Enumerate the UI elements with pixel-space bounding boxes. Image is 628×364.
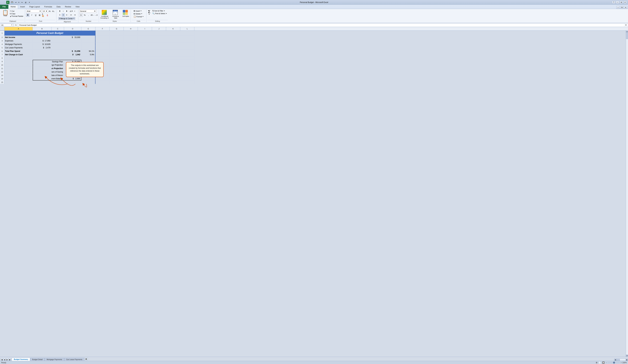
cell-H7[interactable] [124, 53, 138, 56]
cell-K4[interactable] [166, 43, 180, 46]
number-format-combo[interactable]: General ▼ [79, 9, 96, 13]
cell-G10[interactable] [110, 63, 124, 67]
fill-color-button[interactable]: A🎨 [42, 13, 45, 17]
cell-E2[interactable] [81, 36, 95, 39]
cell-C4[interactable] [52, 43, 64, 46]
cell-E11[interactable] [81, 67, 95, 70]
cell-B10[interactable] [33, 63, 52, 67]
cell-J8[interactable] [152, 56, 166, 60]
cell-C14[interactable]: Current Balance [52, 77, 64, 80]
tab-file[interactable]: File [0, 5, 8, 9]
cell-F2[interactable] [95, 36, 110, 39]
cell-C3[interactable] [52, 39, 64, 43]
cell-A9[interactable] [4, 60, 33, 63]
cell-I9[interactable] [138, 60, 152, 63]
cell-J10[interactable] [152, 63, 166, 67]
cell-E15[interactable] [81, 80, 95, 84]
cell-I1[interactable] [138, 31, 152, 36]
cell-A7[interactable]: Net Change in Cash [4, 53, 33, 56]
align-bottom-button[interactable]: ⬇ [65, 9, 68, 13]
cell-L1[interactable] [180, 31, 194, 36]
formula-input[interactable] [19, 24, 624, 26]
cell-I12[interactable] [138, 70, 152, 73]
cell-F8[interactable] [95, 56, 110, 60]
cell-L6[interactable] [180, 49, 194, 53]
cell-A15[interactable] [4, 80, 33, 84]
cell-F6[interactable] [95, 49, 110, 53]
sort-filter-button[interactable]: ⇅ Sort & Filter ▼ [152, 9, 168, 12]
zoom-slider[interactable] [607, 362, 620, 363]
cell-A13[interactable] [4, 73, 33, 77]
cell-I5[interactable] [138, 46, 152, 49]
cell-F5[interactable] [95, 46, 110, 49]
zoom-thumb[interactable] [613, 362, 615, 364]
cell-E14[interactable] [81, 77, 95, 80]
cell-B2[interactable] [33, 36, 52, 39]
cell-H3[interactable] [124, 39, 138, 43]
cell-J13[interactable] [152, 73, 166, 77]
cell-J9[interactable] [152, 60, 166, 63]
cell-G6[interactable] [110, 49, 124, 53]
cell-C10[interactable]: Savings Projection [52, 63, 64, 67]
cell-C11[interactable]: Plan vs Projection [52, 67, 64, 70]
angle-text-button[interactable]: ∠A [70, 9, 73, 13]
sheet-tab-budget-summary[interactable]: Budget Summary [12, 358, 30, 361]
cell-H12[interactable] [124, 70, 138, 73]
next-sheet-button[interactable]: ▶ [6, 358, 8, 361]
cell-F11[interactable] [95, 67, 110, 70]
cell-G2[interactable] [110, 36, 124, 39]
cell-H13[interactable] [124, 73, 138, 77]
cell-L2[interactable] [180, 36, 194, 39]
cell-B7[interactable] [33, 53, 52, 56]
cell-B4[interactable]: $ 10,629 [33, 43, 52, 46]
cell-A12[interactable] [4, 70, 33, 73]
scroll-left-button[interactable]: ◀ [614, 359, 616, 361]
cell-I11[interactable] [138, 67, 152, 70]
grid-scroll-area[interactable]: 1 Personal Cash Budget 2 Net Income $ 33… [0, 31, 628, 357]
cell-G14[interactable] [110, 77, 124, 80]
cell-K12[interactable] [166, 70, 180, 73]
cell-styles-button[interactable]: Cell Styles [122, 9, 130, 18]
tab-home[interactable]: Home [8, 5, 18, 9]
cell-L8[interactable] [180, 56, 194, 60]
col-header-K[interactable]: K [166, 27, 180, 30]
cell-F1[interactable] [95, 31, 110, 36]
save-button[interactable]: 💾 [10, 1, 14, 4]
cell-D7[interactable]: $ 1,942 [64, 53, 81, 56]
cell-B14[interactable] [33, 77, 52, 80]
cell-E5[interactable] [81, 46, 95, 49]
qat-customize[interactable]: ▼ [28, 1, 31, 4]
cell-F9[interactable] [95, 60, 110, 63]
cell-D15[interactable] [64, 80, 81, 84]
cell-A5[interactable]: Car Lease Payments [4, 46, 33, 49]
cell-D8[interactable] [64, 56, 81, 60]
col-header-D[interactable]: D [64, 27, 81, 30]
cell-L14[interactable] [180, 77, 194, 80]
cell-J12[interactable] [152, 70, 166, 73]
cell-K1[interactable] [166, 31, 180, 36]
cell-D4[interactable] [64, 43, 81, 46]
scroll-right-button[interactable]: ▶ [626, 359, 628, 361]
sheet-tab-mortgage-payments[interactable]: Mortgage Payments [45, 358, 64, 361]
col-header-A[interactable]: A [4, 27, 33, 30]
cell-G1[interactable] [110, 31, 124, 36]
indent-increase-button[interactable]: ⇥ [73, 13, 76, 16]
accounting-format-button[interactable]: $ [79, 13, 83, 17]
cell-D3[interactable] [64, 39, 81, 43]
cell-C7[interactable] [52, 53, 64, 56]
cell-C13[interactable]: Rate of Return [52, 73, 64, 77]
cell-H5[interactable] [124, 46, 138, 49]
cell-F4[interactable] [95, 43, 110, 46]
ribbon-restore[interactable]: ⧉ [620, 6, 624, 9]
cell-F3[interactable] [95, 39, 110, 43]
cell-C9[interactable]: Savings Plan [52, 60, 64, 63]
format-painter-button[interactable]: 🖌 Format Painter [9, 15, 24, 17]
cell-B13[interactable] [33, 73, 52, 77]
first-sheet-button[interactable]: |◀ [1, 358, 3, 361]
cell-J5[interactable] [152, 46, 166, 49]
align-middle-button[interactable]: ↕ [62, 9, 65, 13]
cell-K13[interactable] [166, 73, 180, 77]
cell-F10[interactable] [95, 63, 110, 67]
restore-button[interactable]: ⧉ [620, 1, 623, 4]
cell-reference-box[interactable]: A1 ▼ [1, 24, 13, 26]
